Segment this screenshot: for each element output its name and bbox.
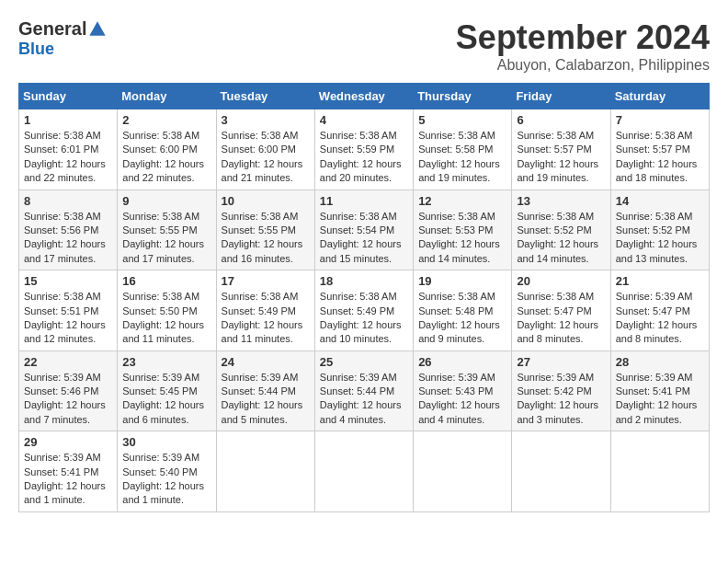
day-number: 23 [122, 355, 210, 369]
calendar-day-cell: 23 Sunrise: 5:39 AMSunset: 5:45 PMDaylig… [118, 350, 216, 431]
calendar-day-cell: 30 Sunrise: 5:39 AMSunset: 5:40 PMDaylig… [118, 431, 216, 512]
calendar-week-row: 1 Sunrise: 5:38 AMSunset: 6:01 PMDayligh… [19, 109, 710, 190]
day-info: Sunrise: 5:39 AMSunset: 5:45 PMDaylight:… [122, 372, 204, 425]
calendar-day-cell: 8 Sunrise: 5:38 AMSunset: 5:56 PMDayligh… [19, 190, 118, 270]
weekday-header-friday: Friday [512, 84, 610, 109]
day-number: 11 [320, 194, 408, 208]
weekday-header-wednesday: Wednesday [314, 84, 413, 109]
calendar-day-cell: 21 Sunrise: 5:39 AMSunset: 5:47 PMDaylig… [610, 270, 709, 351]
day-info: Sunrise: 5:39 AMSunset: 5:40 PMDaylight:… [122, 452, 204, 505]
title-block: September 2024 Abuyon, Calabarzon, Phili… [456, 18, 710, 74]
calendar-day-cell: 22 Sunrise: 5:39 AMSunset: 5:46 PMDaylig… [19, 350, 118, 431]
day-info: Sunrise: 5:38 AMSunset: 5:49 PMDaylight:… [222, 291, 303, 344]
empty-cell [314, 431, 413, 512]
calendar-day-cell: 9 Sunrise: 5:38 AMSunset: 5:55 PMDayligh… [118, 190, 216, 270]
day-info: Sunrise: 5:39 AMSunset: 5:44 PMDaylight:… [222, 372, 303, 425]
calendar-day-cell: 11 Sunrise: 5:38 AMSunset: 5:54 PMDaylig… [314, 190, 413, 270]
empty-cell [610, 431, 709, 512]
day-number: 9 [122, 194, 210, 208]
calendar-day-cell: 18 Sunrise: 5:38 AMSunset: 5:49 PMDaylig… [314, 270, 413, 351]
day-number: 16 [122, 274, 210, 288]
logo: General Blue [18, 18, 107, 59]
calendar-day-cell: 14 Sunrise: 5:38 AMSunset: 5:52 PMDaylig… [610, 190, 709, 270]
day-number: 22 [24, 355, 112, 369]
calendar-day-cell: 5 Sunrise: 5:38 AMSunset: 5:58 PMDayligh… [414, 109, 512, 190]
weekday-header-row: SundayMondayTuesdayWednesdayThursdayFrid… [19, 84, 710, 109]
day-info: Sunrise: 5:38 AMSunset: 5:49 PMDaylight:… [320, 291, 402, 344]
day-number: 4 [320, 113, 408, 127]
day-number: 28 [616, 355, 704, 369]
calendar-day-cell: 10 Sunrise: 5:38 AMSunset: 5:55 PMDaylig… [216, 190, 314, 270]
calendar-week-row: 8 Sunrise: 5:38 AMSunset: 5:56 PMDayligh… [19, 190, 710, 270]
calendar-day-cell: 15 Sunrise: 5:38 AMSunset: 5:51 PMDaylig… [19, 270, 118, 351]
calendar-day-cell: 1 Sunrise: 5:38 AMSunset: 6:01 PMDayligh… [19, 109, 118, 190]
calendar-day-cell: 28 Sunrise: 5:39 AMSunset: 5:41 PMDaylig… [610, 350, 709, 431]
weekday-header-sunday: Sunday [19, 84, 118, 109]
day-number: 13 [517, 194, 605, 208]
day-info: Sunrise: 5:38 AMSunset: 5:51 PMDaylight:… [24, 291, 106, 344]
calendar-day-cell: 29 Sunrise: 5:39 AMSunset: 5:41 PMDaylig… [19, 431, 118, 512]
calendar-day-cell: 26 Sunrise: 5:39 AMSunset: 5:43 PMDaylig… [414, 350, 512, 431]
page-header: General Blue September 2024 Abuyon, Cala… [18, 18, 710, 74]
empty-cell [512, 431, 610, 512]
day-number: 24 [222, 355, 310, 369]
calendar-day-cell: 16 Sunrise: 5:38 AMSunset: 5:50 PMDaylig… [118, 270, 216, 351]
day-info: Sunrise: 5:38 AMSunset: 6:00 PMDaylight:… [222, 130, 303, 183]
day-number: 20 [517, 274, 605, 288]
svg-marker-0 [90, 21, 106, 35]
calendar-day-cell: 19 Sunrise: 5:38 AMSunset: 5:48 PMDaylig… [414, 270, 512, 351]
calendar-day-cell: 27 Sunrise: 5:39 AMSunset: 5:42 PMDaylig… [512, 350, 610, 431]
calendar-day-cell: 25 Sunrise: 5:39 AMSunset: 5:44 PMDaylig… [314, 350, 413, 431]
day-number: 3 [222, 113, 310, 127]
day-info: Sunrise: 5:38 AMSunset: 5:55 PMDaylight:… [222, 211, 303, 264]
day-number: 8 [24, 194, 112, 208]
day-info: Sunrise: 5:38 AMSunset: 5:58 PMDaylight:… [418, 130, 500, 183]
day-info: Sunrise: 5:39 AMSunset: 5:43 PMDaylight:… [418, 372, 500, 425]
day-number: 27 [517, 355, 605, 369]
day-number: 12 [418, 194, 506, 208]
calendar-week-row: 22 Sunrise: 5:39 AMSunset: 5:46 PMDaylig… [19, 350, 710, 431]
day-number: 1 [24, 113, 112, 127]
calendar-day-cell: 17 Sunrise: 5:38 AMSunset: 5:49 PMDaylig… [216, 270, 314, 351]
day-number: 7 [616, 113, 704, 127]
empty-cell [414, 431, 512, 512]
day-info: Sunrise: 5:38 AMSunset: 5:47 PMDaylight:… [517, 291, 598, 344]
weekday-header-monday: Monday [118, 84, 216, 109]
day-info: Sunrise: 5:38 AMSunset: 5:52 PMDaylight:… [616, 211, 698, 264]
day-number: 5 [418, 113, 506, 127]
day-info: Sunrise: 5:38 AMSunset: 5:56 PMDaylight:… [24, 211, 106, 264]
day-number: 25 [320, 355, 408, 369]
day-info: Sunrise: 5:38 AMSunset: 5:52 PMDaylight:… [517, 211, 598, 264]
day-number: 29 [24, 435, 112, 449]
weekday-header-tuesday: Tuesday [216, 84, 314, 109]
day-number: 14 [616, 194, 704, 208]
location: Abuyon, Calabarzon, Philippines [456, 57, 710, 74]
calendar-table: SundayMondayTuesdayWednesdayThursdayFrid… [18, 83, 710, 512]
day-info: Sunrise: 5:38 AMSunset: 5:57 PMDaylight:… [517, 130, 598, 183]
logo-icon [88, 20, 107, 39]
logo-general-text: General [18, 18, 86, 40]
day-info: Sunrise: 5:38 AMSunset: 5:55 PMDaylight:… [122, 211, 204, 264]
calendar-day-cell: 4 Sunrise: 5:38 AMSunset: 5:59 PMDayligh… [314, 109, 413, 190]
day-number: 30 [122, 435, 210, 449]
calendar-day-cell: 13 Sunrise: 5:38 AMSunset: 5:52 PMDaylig… [512, 190, 610, 270]
weekday-header-saturday: Saturday [610, 84, 709, 109]
day-info: Sunrise: 5:39 AMSunset: 5:44 PMDaylight:… [320, 372, 402, 425]
calendar-week-row: 15 Sunrise: 5:38 AMSunset: 5:51 PMDaylig… [19, 270, 710, 351]
day-info: Sunrise: 5:38 AMSunset: 5:50 PMDaylight:… [122, 291, 204, 344]
day-info: Sunrise: 5:39 AMSunset: 5:47 PMDaylight:… [616, 291, 698, 344]
day-info: Sunrise: 5:38 AMSunset: 5:59 PMDaylight:… [320, 130, 402, 183]
day-number: 15 [24, 274, 112, 288]
day-info: Sunrise: 5:38 AMSunset: 5:53 PMDaylight:… [418, 211, 500, 264]
weekday-header-thursday: Thursday [414, 84, 512, 109]
calendar-day-cell: 7 Sunrise: 5:38 AMSunset: 5:57 PMDayligh… [610, 109, 709, 190]
day-number: 10 [222, 194, 310, 208]
day-number: 19 [418, 274, 506, 288]
day-number: 6 [517, 113, 605, 127]
calendar-day-cell: 20 Sunrise: 5:38 AMSunset: 5:47 PMDaylig… [512, 270, 610, 351]
day-number: 18 [320, 274, 408, 288]
day-number: 2 [122, 113, 210, 127]
day-info: Sunrise: 5:38 AMSunset: 6:01 PMDaylight:… [24, 130, 106, 183]
day-info: Sunrise: 5:38 AMSunset: 6:00 PMDaylight:… [122, 130, 204, 183]
calendar-day-cell: 12 Sunrise: 5:38 AMSunset: 5:53 PMDaylig… [414, 190, 512, 270]
